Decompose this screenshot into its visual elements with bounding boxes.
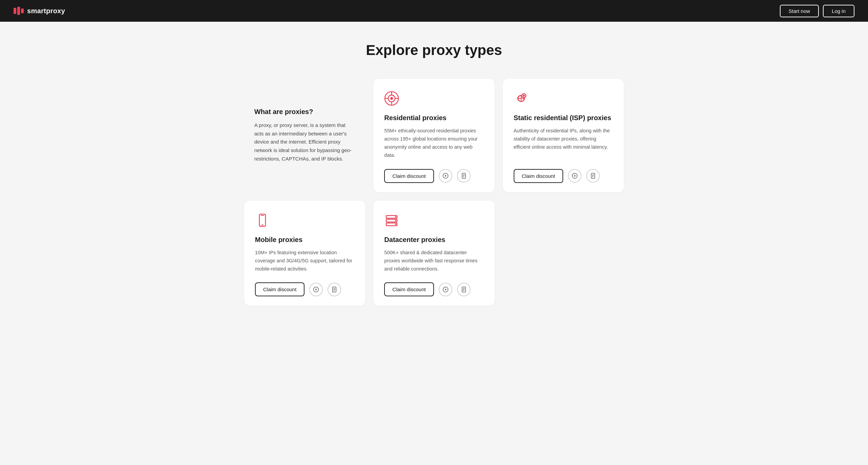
svg-marker-28 [316,289,317,291]
static-isp-doc-button[interactable] [586,169,600,183]
page-title: Explore proxy types [244,42,624,58]
svg-point-2 [390,97,393,100]
mobile-icon [255,213,354,229]
start-now-button[interactable]: Start now [780,5,819,17]
nav-actions: Start now Log in [780,5,854,17]
static-isp-title: Static residential (ISP) proxies [514,113,613,122]
svg-marker-8 [445,175,447,177]
intro-title: What are proxies? [254,108,355,116]
datacenter-doc-button[interactable] [457,283,471,296]
mobile-actions: Claim discount [255,282,354,296]
residential-icon [384,91,484,107]
svg-marker-19 [574,175,576,177]
static-isp-claim-button[interactable]: Claim discount [514,169,563,183]
doc-icon [590,173,596,179]
svg-rect-24 [259,214,265,226]
intro-text: A proxy, or proxy server, is a system th… [254,121,355,163]
residential-doc-button[interactable] [457,169,471,183]
svg-point-37 [395,220,396,221]
logo-bar-2 [17,7,20,15]
static-isp-actions: Claim discount [514,169,613,183]
logo: smartproxy [14,7,65,15]
logo-bar-3 [21,8,24,13]
play-icon [442,173,449,179]
mobile-play-button[interactable] [309,283,323,296]
datacenter-play-button[interactable] [439,283,452,296]
login-button[interactable]: Log in [823,5,854,17]
static-isp-card: Static residential (ISP) proxies Authent… [503,79,624,192]
datacenter-icon [384,213,484,229]
play-icon [313,286,319,293]
logo-icon [14,7,24,15]
intro-card: What are proxies? A proxy, or proxy serv… [244,79,365,192]
residential-play-button[interactable] [439,169,452,183]
doc-icon [461,286,467,293]
mobile-title: Mobile proxies [255,235,354,244]
svg-point-36 [395,216,396,218]
residential-title: Residential proxies [384,113,484,122]
residential-actions: Claim discount [384,169,484,183]
datacenter-claim-button[interactable]: Claim discount [384,282,434,296]
datacenter-title: Datacenter proxies [384,235,484,244]
mobile-claim-button[interactable]: Claim discount [255,282,304,296]
residential-card: Residential proxies 55M+ ethically-sourc… [373,79,494,192]
play-icon [442,286,449,293]
datacenter-desc: 500K+ shared & dedicated datacenter prox… [384,249,484,273]
datacenter-card: Datacenter proxies 500K+ shared & dedica… [373,201,494,306]
svg-point-17 [523,95,525,97]
residential-desc: 55M+ ethically-sourced residential proxi… [384,127,484,160]
static-isp-icon [514,91,613,107]
doc-icon [461,173,467,179]
proxy-grid: What are proxies? A proxy, or proxy serv… [244,79,624,306]
play-icon [572,173,578,179]
residential-claim-button[interactable]: Claim discount [384,169,434,183]
doc-icon [331,286,337,293]
main-content: Explore proxy types What are proxies? A … [231,22,637,333]
mobile-doc-button[interactable] [328,283,341,296]
static-isp-play-button[interactable] [568,169,581,183]
mobile-card: Mobile proxies 10M+ IPs featuring extens… [244,201,365,306]
mobile-desc: 10M+ IPs featuring extensive location co… [255,249,354,273]
logo-text: smartproxy [27,7,65,15]
datacenter-actions: Claim discount [384,282,484,296]
static-isp-desc: Authenticity of residential IPs, along w… [514,127,613,160]
svg-point-38 [395,224,396,225]
svg-marker-40 [445,289,447,291]
logo-bar-1 [14,8,16,14]
navbar: smartproxy Start now Log in [0,0,868,22]
